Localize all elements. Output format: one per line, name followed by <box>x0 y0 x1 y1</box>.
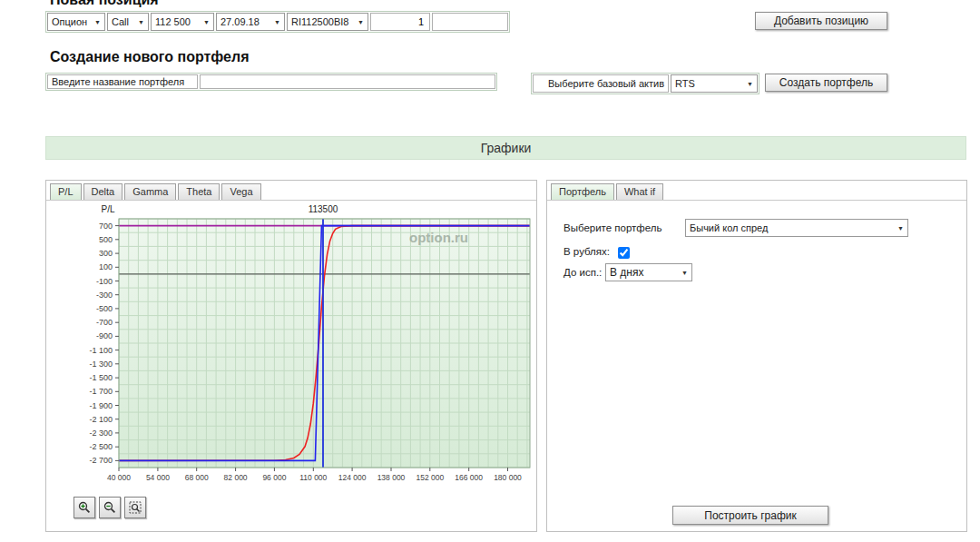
svg-text:166 000: 166 000 <box>455 473 483 482</box>
tab-delta[interactable]: Delta <box>83 183 123 200</box>
svg-text:-500: -500 <box>96 304 113 313</box>
new-position-title: Новая позиция <box>50 0 159 8</box>
pl-chart[interactable]: 700500300100-100-300-500-700-900-1 100-1… <box>48 201 535 491</box>
svg-text:option.ru: option.ru <box>409 230 468 245</box>
tab-vega[interactable]: Vega <box>221 183 260 200</box>
portfolio-panel: Портфель What if Выберите портфель Бычий… <box>546 180 967 532</box>
chevron-down-icon: ▼ <box>138 19 144 25</box>
svg-text:-900: -900 <box>96 331 113 340</box>
new-position-row: Опцион ▼ Call ▼ 112 500 ▼ 27.09.18 ▼ RI1… <box>45 11 510 33</box>
svg-text:-2 100: -2 100 <box>89 415 113 424</box>
page: Новая позиция Опцион ▼ Call ▼ 112 500 ▼ … <box>0 0 980 542</box>
tab-portfolio[interactable]: Портфель <box>551 183 614 200</box>
svg-text:-1 100: -1 100 <box>89 346 113 355</box>
new-portfolio-title: Создание нового портфеля <box>50 49 250 65</box>
days-select[interactable]: В днях ▼ <box>605 263 692 281</box>
svg-text:152 000: 152 000 <box>416 473 444 482</box>
days-label: До исп.: <box>564 267 602 278</box>
portfolio-select-label: Выберите портфель <box>564 222 662 233</box>
portfolio-name-label: Введите название портфеля <box>47 74 198 89</box>
svg-text:-1 700: -1 700 <box>89 387 113 396</box>
chevron-down-icon: ▼ <box>203 19 210 25</box>
chevron-down-icon: ▼ <box>274 19 280 25</box>
portfolio-tabs: Портфель What if <box>547 181 966 201</box>
tab-theta[interactable]: Theta <box>178 183 220 200</box>
svg-text:96 000: 96 000 <box>262 473 286 482</box>
chevron-down-icon: ▼ <box>358 19 364 25</box>
call-put-select[interactable]: Call ▼ <box>107 13 149 31</box>
option-type-select[interactable]: Опцион ▼ <box>47 13 105 31</box>
svg-text:-1 500: -1 500 <box>89 373 113 382</box>
svg-text:P/L: P/L <box>101 204 114 214</box>
build-chart-button[interactable]: Построить график <box>672 506 828 525</box>
chart-panel: P/L Delta Gamma Theta Vega 700500300100-… <box>45 180 537 532</box>
svg-text:180 000: 180 000 <box>494 473 522 482</box>
zoom-selection-button[interactable] <box>124 497 146 518</box>
portfolio-name-cell <box>200 74 495 89</box>
svg-text:-1 900: -1 900 <box>89 401 113 410</box>
expiry-date-select[interactable]: 27.09.18 ▼ <box>216 13 285 31</box>
quantity-cell <box>370 13 430 31</box>
chevron-down-icon: ▼ <box>94 19 101 25</box>
zoom-in-icon <box>78 501 91 514</box>
tab-gamma[interactable]: Gamma <box>124 183 176 200</box>
strike-value: 112 500 <box>155 16 191 27</box>
add-position-button[interactable]: Добавить позицию <box>755 12 887 30</box>
chevron-down-icon: ▼ <box>681 270 688 276</box>
svg-text:-100: -100 <box>96 277 113 286</box>
base-asset-select[interactable]: RTS ▼ <box>671 74 758 93</box>
zoom-selection-icon <box>129 501 142 514</box>
base-asset-label: Выберите базовый актив <box>533 74 669 93</box>
svg-text:300: 300 <box>99 249 113 258</box>
strike-select[interactable]: 112 500 ▼ <box>151 13 214 31</box>
svg-text:100: 100 <box>99 262 113 271</box>
base-asset-value: RTS <box>675 78 695 89</box>
rubles-checkbox[interactable] <box>618 247 630 259</box>
zoom-toolbar <box>74 497 146 518</box>
charts-section-header: Графики <box>45 136 966 160</box>
tab-what-if[interactable]: What if <box>616 183 663 200</box>
base-asset-row: Выберите базовый актив RTS ▼ <box>531 73 760 94</box>
option-code-value: RI112500BI8 <box>291 16 348 27</box>
rubles-label: В рублях: <box>564 246 610 257</box>
option-type-value: Опцион <box>52 16 87 27</box>
svg-text:110 000: 110 000 <box>299 473 327 482</box>
portfolio-name-row: Введите название портфеля <box>45 73 497 91</box>
chevron-down-icon: ▼ <box>747 81 753 87</box>
svg-text:40 000: 40 000 <box>107 473 131 482</box>
zoom-out-icon <box>103 501 116 514</box>
portfolio-name-input[interactable] <box>204 75 491 88</box>
tab-pl[interactable]: P/L <box>50 183 82 200</box>
svg-text:500: 500 <box>99 235 113 244</box>
svg-text:-2 500: -2 500 <box>89 442 113 451</box>
call-put-value: Call <box>112 16 129 27</box>
svg-text:113500: 113500 <box>309 204 338 214</box>
svg-text:68 000: 68 000 <box>185 473 209 482</box>
svg-text:-700: -700 <box>96 318 113 327</box>
portfolio-select-value: Бычий кол спред <box>690 222 768 233</box>
chart-tabs: P/L Delta Gamma Theta Vega <box>46 181 536 201</box>
create-portfolio-button[interactable]: Создать портфель <box>765 74 887 92</box>
chevron-down-icon: ▼ <box>897 225 904 232</box>
svg-text:-300: -300 <box>96 291 113 300</box>
svg-text:-2 700: -2 700 <box>89 456 113 465</box>
expiry-date-value: 27.09.18 <box>220 16 260 27</box>
empty-cell <box>432 13 508 31</box>
svg-text:-1 300: -1 300 <box>89 360 113 369</box>
svg-text:700: 700 <box>99 222 113 231</box>
days-select-value: В днях <box>610 266 643 279</box>
quantity-input[interactable] <box>375 15 426 28</box>
zoom-out-button[interactable] <box>99 497 121 518</box>
portfolio-select[interactable]: Бычий кол спред ▼ <box>685 219 908 237</box>
svg-text:-2 300: -2 300 <box>89 429 113 438</box>
option-code-select[interactable]: RI112500BI8 ▼ <box>287 13 368 31</box>
svg-text:124 000: 124 000 <box>338 473 367 482</box>
svg-text:82 000: 82 000 <box>224 473 248 482</box>
svg-text:54 000: 54 000 <box>146 473 170 482</box>
zoom-in-button[interactable] <box>74 497 95 518</box>
svg-text:138 000: 138 000 <box>377 473 406 482</box>
